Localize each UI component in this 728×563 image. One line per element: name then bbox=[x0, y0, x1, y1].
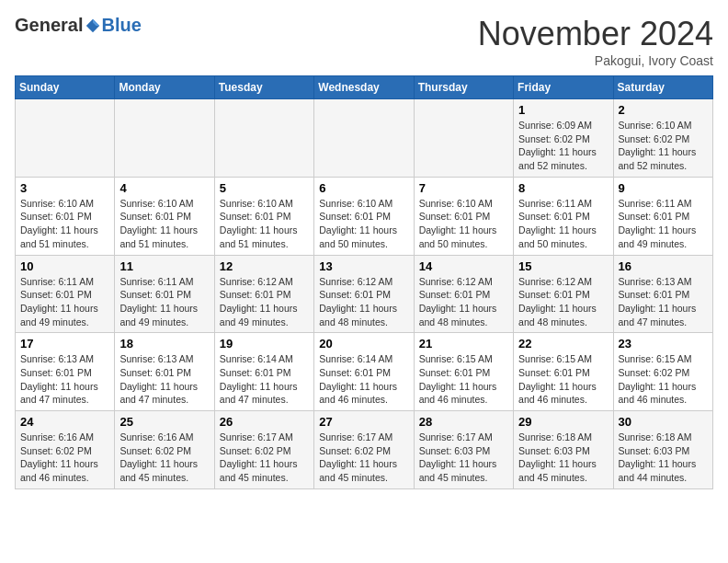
day-of-week-header: Wednesday bbox=[314, 76, 414, 99]
day-number: 4 bbox=[119, 181, 209, 195]
day-number: 11 bbox=[119, 259, 209, 273]
calendar-cell: 10Sunrise: 6:11 AM Sunset: 6:01 PM Dayli… bbox=[16, 255, 115, 333]
day-number: 10 bbox=[20, 259, 109, 273]
calendar-cell bbox=[16, 99, 115, 178]
calendar-cell: 16Sunrise: 6:13 AM Sunset: 6:01 PM Dayli… bbox=[613, 255, 712, 333]
day-number: 29 bbox=[518, 415, 608, 429]
day-info: Sunrise: 6:17 AM Sunset: 6:02 PM Dayligh… bbox=[220, 431, 309, 485]
day-info: Sunrise: 6:15 AM Sunset: 6:01 PM Dayligh… bbox=[419, 352, 508, 407]
day-number: 21 bbox=[419, 337, 508, 350]
day-number: 1 bbox=[518, 103, 608, 117]
calendar-cell bbox=[214, 99, 313, 178]
day-of-week-header: Tuesday bbox=[214, 76, 313, 99]
day-number: 30 bbox=[619, 415, 708, 429]
day-number: 19 bbox=[220, 337, 309, 350]
day-number: 16 bbox=[619, 259, 708, 273]
day-info: Sunrise: 6:13 AM Sunset: 6:01 PM Dayligh… bbox=[619, 275, 708, 329]
day-number: 12 bbox=[220, 259, 309, 273]
calendar-cell: 11Sunrise: 6:11 AM Sunset: 6:01 PM Dayli… bbox=[115, 255, 214, 333]
calendar-cell: 3Sunrise: 6:10 AM Sunset: 6:01 PM Daylig… bbox=[16, 177, 115, 255]
day-info: Sunrise: 6:18 AM Sunset: 6:03 PM Dayligh… bbox=[518, 431, 608, 485]
logo: General Blue bbox=[15, 15, 142, 36]
calendar-week-row: 17Sunrise: 6:13 AM Sunset: 6:01 PM Dayli… bbox=[16, 333, 713, 411]
day-number: 6 bbox=[319, 181, 408, 195]
day-info: Sunrise: 6:16 AM Sunset: 6:02 PM Dayligh… bbox=[20, 431, 109, 485]
day-number: 3 bbox=[20, 181, 109, 195]
calendar-cell bbox=[115, 99, 214, 178]
day-of-week-header: Monday bbox=[115, 76, 214, 99]
calendar-cell: 23Sunrise: 6:15 AM Sunset: 6:02 PM Dayli… bbox=[613, 333, 712, 411]
day-number: 2 bbox=[619, 103, 708, 117]
calendar-week-row: 24Sunrise: 6:16 AM Sunset: 6:02 PM Dayli… bbox=[16, 411, 713, 489]
calendar-cell: 30Sunrise: 6:18 AM Sunset: 6:03 PM Dayli… bbox=[613, 411, 712, 489]
day-number: 22 bbox=[518, 337, 608, 350]
calendar-cell: 15Sunrise: 6:12 AM Sunset: 6:01 PM Dayli… bbox=[514, 255, 613, 333]
calendar-cell bbox=[314, 99, 414, 178]
calendar-cell: 28Sunrise: 6:17 AM Sunset: 6:03 PM Dayli… bbox=[414, 411, 513, 489]
day-number: 13 bbox=[319, 259, 408, 273]
day-info: Sunrise: 6:10 AM Sunset: 6:01 PM Dayligh… bbox=[319, 197, 408, 251]
calendar-cell: 8Sunrise: 6:11 AM Sunset: 6:01 PM Daylig… bbox=[514, 177, 613, 255]
day-info: Sunrise: 6:18 AM Sunset: 6:03 PM Dayligh… bbox=[619, 431, 708, 485]
calendar-week-row: 10Sunrise: 6:11 AM Sunset: 6:01 PM Dayli… bbox=[16, 255, 713, 333]
calendar-cell: 25Sunrise: 6:16 AM Sunset: 6:02 PM Dayli… bbox=[115, 411, 214, 489]
day-number: 20 bbox=[319, 337, 408, 350]
calendar-week-row: 1Sunrise: 6:09 AM Sunset: 6:02 PM Daylig… bbox=[16, 99, 713, 178]
day-info: Sunrise: 6:15 AM Sunset: 6:01 PM Dayligh… bbox=[518, 352, 608, 407]
day-number: 17 bbox=[20, 337, 109, 350]
calendar-cell: 24Sunrise: 6:16 AM Sunset: 6:02 PM Dayli… bbox=[16, 411, 115, 489]
day-of-week-header: Saturday bbox=[613, 76, 712, 99]
day-info: Sunrise: 6:11 AM Sunset: 6:01 PM Dayligh… bbox=[20, 275, 109, 329]
page-header: General Blue November 2024 Pakogui, Ivor… bbox=[15, 15, 713, 68]
day-of-week-header: Sunday bbox=[16, 76, 115, 99]
calendar-cell: 21Sunrise: 6:15 AM Sunset: 6:01 PM Dayli… bbox=[414, 333, 513, 411]
day-info: Sunrise: 6:10 AM Sunset: 6:02 PM Dayligh… bbox=[619, 119, 708, 173]
day-info: Sunrise: 6:14 AM Sunset: 6:01 PM Dayligh… bbox=[319, 352, 408, 407]
day-info: Sunrise: 6:17 AM Sunset: 6:02 PM Dayligh… bbox=[319, 431, 408, 485]
calendar-cell: 6Sunrise: 6:10 AM Sunset: 6:01 PM Daylig… bbox=[314, 177, 414, 255]
day-info: Sunrise: 6:10 AM Sunset: 6:01 PM Dayligh… bbox=[220, 197, 309, 251]
calendar-cell bbox=[414, 99, 513, 178]
day-info: Sunrise: 6:13 AM Sunset: 6:01 PM Dayligh… bbox=[20, 352, 109, 407]
day-info: Sunrise: 6:10 AM Sunset: 6:01 PM Dayligh… bbox=[20, 197, 109, 251]
calendar-table: SundayMondayTuesdayWednesdayThursdayFrid… bbox=[15, 75, 713, 489]
day-info: Sunrise: 6:10 AM Sunset: 6:01 PM Dayligh… bbox=[119, 197, 209, 251]
month-title: November 2024 bbox=[478, 15, 713, 53]
logo-general-text: General bbox=[15, 15, 83, 36]
day-number: 28 bbox=[419, 415, 508, 429]
day-info: Sunrise: 6:13 AM Sunset: 6:01 PM Dayligh… bbox=[119, 352, 209, 407]
calendar-cell: 9Sunrise: 6:11 AM Sunset: 6:01 PM Daylig… bbox=[613, 177, 712, 255]
day-info: Sunrise: 6:09 AM Sunset: 6:02 PM Dayligh… bbox=[518, 119, 608, 173]
calendar-cell: 14Sunrise: 6:12 AM Sunset: 6:01 PM Dayli… bbox=[414, 255, 513, 333]
calendar-cell: 13Sunrise: 6:12 AM Sunset: 6:01 PM Dayli… bbox=[314, 255, 414, 333]
calendar-cell: 26Sunrise: 6:17 AM Sunset: 6:02 PM Dayli… bbox=[214, 411, 313, 489]
day-info: Sunrise: 6:10 AM Sunset: 6:01 PM Dayligh… bbox=[419, 197, 508, 251]
day-info: Sunrise: 6:12 AM Sunset: 6:01 PM Dayligh… bbox=[419, 275, 508, 329]
day-info: Sunrise: 6:11 AM Sunset: 6:01 PM Dayligh… bbox=[619, 197, 708, 251]
day-info: Sunrise: 6:11 AM Sunset: 6:01 PM Dayligh… bbox=[119, 275, 209, 329]
location-label: Pakogui, Ivory Coast bbox=[478, 53, 713, 68]
day-info: Sunrise: 6:17 AM Sunset: 6:03 PM Dayligh… bbox=[419, 431, 508, 485]
day-number: 8 bbox=[518, 181, 608, 195]
logo-blue-text: Blue bbox=[101, 15, 141, 36]
day-info: Sunrise: 6:14 AM Sunset: 6:01 PM Dayligh… bbox=[220, 352, 309, 407]
day-info: Sunrise: 6:12 AM Sunset: 6:01 PM Dayligh… bbox=[319, 275, 408, 329]
day-info: Sunrise: 6:16 AM Sunset: 6:02 PM Dayligh… bbox=[119, 431, 209, 485]
calendar-cell: 27Sunrise: 6:17 AM Sunset: 6:02 PM Dayli… bbox=[314, 411, 414, 489]
calendar-cell: 18Sunrise: 6:13 AM Sunset: 6:01 PM Dayli… bbox=[115, 333, 214, 411]
day-number: 15 bbox=[518, 259, 608, 273]
day-number: 9 bbox=[619, 181, 708, 195]
calendar-cell: 29Sunrise: 6:18 AM Sunset: 6:03 PM Dayli… bbox=[514, 411, 613, 489]
calendar-cell: 12Sunrise: 6:12 AM Sunset: 6:01 PM Dayli… bbox=[214, 255, 313, 333]
calendar-cell: 2Sunrise: 6:10 AM Sunset: 6:02 PM Daylig… bbox=[613, 99, 712, 178]
calendar-cell: 4Sunrise: 6:10 AM Sunset: 6:01 PM Daylig… bbox=[115, 177, 214, 255]
title-block: November 2024 Pakogui, Ivory Coast bbox=[478, 15, 713, 68]
logo-icon bbox=[85, 17, 101, 34]
day-number: 14 bbox=[419, 259, 508, 273]
calendar-week-row: 3Sunrise: 6:10 AM Sunset: 6:01 PM Daylig… bbox=[16, 177, 713, 255]
day-info: Sunrise: 6:12 AM Sunset: 6:01 PM Dayligh… bbox=[518, 275, 608, 329]
calendar-cell: 20Sunrise: 6:14 AM Sunset: 6:01 PM Dayli… bbox=[314, 333, 414, 411]
calendar-cell: 1Sunrise: 6:09 AM Sunset: 6:02 PM Daylig… bbox=[514, 99, 613, 178]
calendar-cell: 7Sunrise: 6:10 AM Sunset: 6:01 PM Daylig… bbox=[414, 177, 513, 255]
day-number: 23 bbox=[619, 337, 708, 350]
